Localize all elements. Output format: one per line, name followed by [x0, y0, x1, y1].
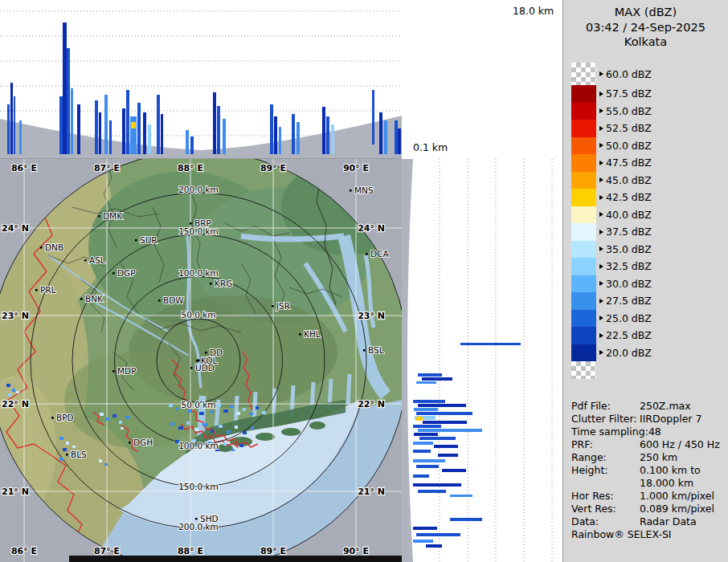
- svg-text:100.0 km: 100.0 km: [178, 268, 219, 278]
- radar-map-svg: MNSDMKBRPSURDNBASLDGPKRGPRLBNKBDWJSRDCAK…: [0, 159, 402, 562]
- svg-text:22° N: 22° N: [2, 399, 29, 409]
- svg-text:BPD: BPD: [56, 413, 74, 422]
- product-info: Pdf File:250Z.maxClutter Filter:IIRDoppl…: [571, 400, 726, 541]
- svg-text:200.0 km: 200.0 km: [178, 185, 219, 194]
- svg-text:87° E: 87° E: [94, 163, 120, 173]
- scale-row: 55.0 dBZ: [571, 103, 652, 120]
- svg-text:50.0 km: 50.0 km: [181, 310, 215, 320]
- svg-text:21° N: 21° N: [358, 487, 385, 497]
- scale-tick-arrow-icon: [599, 264, 603, 269]
- scale-color-swatch: [571, 361, 596, 379]
- scale-tick-arrow-icon: [599, 177, 603, 182]
- info-row: Pdf File:250Z.max: [571, 400, 726, 413]
- legend-header: MAX (dBZ) 03:42 / 24-Sep-2025 Kolkata: [563, 0, 728, 50]
- svg-text:KRG: KRG: [215, 279, 232, 288]
- scale-color-swatch: [571, 206, 596, 224]
- scale-row: 42.5 dBZ: [571, 189, 652, 206]
- scale-tick-arrow-icon: [599, 143, 603, 148]
- svg-text:MDP: MDP: [117, 366, 136, 376]
- info-row: Clutter Filter:IIRDoppler 7: [571, 413, 726, 426]
- info-row: Vert Res:0.089 km/pixel: [571, 503, 726, 515]
- legend-panel: MAX (dBZ) 03:42 / 24-Sep-2025 Kolkata 60…: [562, 0, 728, 562]
- svg-text:BNK: BNK: [85, 294, 104, 303]
- map-view[interactable]: MNSDMKBRPSURDNBASLDGPKRGPRLBNKBDWJSRDCAK…: [0, 159, 402, 562]
- scale-label: 50.0 dBZ: [599, 140, 652, 152]
- svg-text:DCA: DCA: [370, 249, 389, 259]
- svg-text:BDW: BDW: [163, 295, 184, 305]
- product-title: MAX (dBZ): [563, 5, 728, 20]
- svg-text:ASL: ASL: [89, 255, 105, 265]
- scan-datetime: 03:42 / 24-Sep-2025: [563, 20, 728, 35]
- scale-row: 37.5 dBZ: [571, 223, 652, 241]
- scale-tick-arrow-icon: [599, 92, 603, 96]
- svg-text:SUR: SUR: [140, 235, 157, 245]
- svg-text:22° N: 22° N: [358, 399, 385, 409]
- beam-blind-area: [402, 159, 413, 562]
- scale-label: 20.0 dBZ: [599, 347, 652, 359]
- info-row: Hor Res:1.000 km/pixel: [571, 490, 726, 503]
- vertical-profile-top-panel[interactable]: [0, 0, 402, 159]
- scale-label: 22.5 dBZ: [599, 329, 652, 341]
- scale-row: 20.0 dBZ: [571, 344, 652, 362]
- svg-text:PRL: PRL: [40, 285, 56, 295]
- info-row: Data:Radar Data: [571, 515, 726, 528]
- info-row: 18.000 km: [571, 477, 726, 490]
- max-height-label: 18.0 km: [513, 5, 554, 17]
- scale-row: 45.0 dBZ: [571, 172, 652, 189]
- scale-color-swatch: [571, 275, 596, 293]
- svg-text:89° E: 89° E: [260, 546, 286, 556]
- echo-top-bars: [413, 343, 521, 548]
- svg-text:MNS: MNS: [354, 185, 374, 195]
- scale-color-swatch: [571, 85, 596, 103]
- scale-label: 25.0 dBZ: [599, 312, 652, 324]
- scale-color-swatch: [571, 292, 596, 310]
- scale-label: 45.0 dBZ: [599, 174, 652, 186]
- scale-color-swatch: [571, 310, 596, 328]
- product-info-rows: Pdf File:250Z.maxClutter Filter:IIRDoppl…: [571, 400, 726, 528]
- scale-row: 22.5 dBZ: [571, 327, 652, 344]
- svg-text:KHL: KHL: [304, 329, 321, 339]
- scale-row: 30.0 dBZ: [571, 275, 652, 293]
- scale-tick-arrow-icon: [599, 316, 603, 320]
- scale-color-swatch: [571, 154, 596, 172]
- info-row: Height:0.100 km to: [571, 464, 726, 477]
- svg-text:DGP: DGP: [117, 268, 136, 278]
- min-height-label: 0.1 km: [413, 141, 448, 153]
- scale-row: 25.0 dBZ: [571, 310, 652, 328]
- scale-color-swatch: [571, 189, 596, 206]
- svg-text:BLS: BLS: [71, 450, 87, 459]
- color-scale: 60.0 dBZ57.5 dBZ55.0 dBZ52.5 dBZ50.0 dBZ…: [571, 63, 652, 379]
- scale-color-swatch: [571, 344, 596, 362]
- svg-text:87° E: 87° E: [94, 546, 120, 556]
- scale-label: 57.5 dBZ: [599, 88, 652, 100]
- scale-row: 52.5 dBZ: [571, 120, 652, 137]
- scale-tick-arrow-icon: [599, 281, 603, 286]
- svg-text:DNB: DNB: [45, 242, 63, 252]
- scale-row: 60.0 dBZ: [571, 63, 652, 85]
- scale-row: 35.0 dBZ: [571, 241, 652, 259]
- scale-color-swatch: [571, 258, 596, 275]
- svg-text:23° N: 23° N: [2, 311, 29, 321]
- svg-text:JSR: JSR: [276, 301, 290, 311]
- svg-text:DMK: DMK: [103, 211, 123, 221]
- scale-tick-arrow-icon: [599, 161, 603, 165]
- height-gridlines: [440, 159, 552, 562]
- scale-tick-arrow-icon: [599, 230, 603, 234]
- scale-row: 40.0 dBZ: [571, 206, 652, 224]
- scale-row: 57.5 dBZ: [571, 85, 652, 103]
- vertical-profile-right-panel[interactable]: [402, 159, 562, 562]
- scale-color-swatch: [571, 63, 596, 85]
- svg-text:100.0 km: 100.0 km: [178, 441, 219, 450]
- svg-text:150.0 km: 150.0 km: [178, 226, 219, 236]
- scale-tick-arrow-icon: [599, 333, 603, 338]
- scale-row: [571, 361, 652, 379]
- scale-label: 60.0 dBZ: [599, 68, 652, 80]
- scale-row: 32.5 dBZ: [571, 258, 652, 275]
- axis-corner: 18.0 km 0.1 km: [402, 0, 562, 159]
- scale-tick-arrow-icon: [599, 71, 603, 76]
- info-row: PRF:600 Hz / 450 Hz: [571, 438, 726, 451]
- scale-label: 42.5 dBZ: [599, 191, 652, 203]
- scale-color-swatch: [571, 327, 596, 344]
- scale-tick-arrow-icon: [599, 212, 603, 217]
- info-row: Time sampling:48: [571, 426, 726, 438]
